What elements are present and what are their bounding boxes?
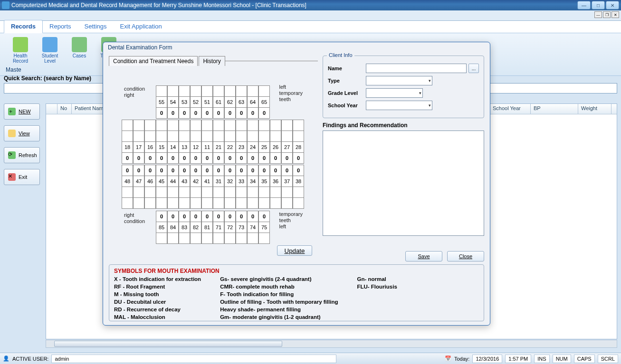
tooth-cell[interactable]: 26 [270, 141, 281, 153]
tooth-cell[interactable] [179, 131, 190, 142]
tooth-cell[interactable]: 64 [247, 96, 258, 108]
tooth-cell[interactable] [156, 85, 167, 97]
tooth-cell[interactable]: 0 [201, 107, 213, 119]
tooth-cell[interactable]: 0 [167, 165, 179, 176]
tooth-cell[interactable]: 14 [167, 141, 179, 153]
tooth-cell[interactable]: 55 [156, 96, 167, 108]
tooth-cell[interactable] [167, 233, 179, 244]
tooth-cell[interactable] [167, 85, 179, 97]
mdi-minimize[interactable]: — [594, 11, 602, 18]
tooth-cell[interactable]: 0 [236, 152, 247, 164]
tooth-cell[interactable]: 0 [247, 152, 258, 164]
tooth-cell[interactable]: 32 [224, 176, 236, 187]
tooth-cell[interactable] [258, 187, 270, 198]
tooth-cell[interactable] [258, 233, 270, 244]
tooth-cell[interactable] [270, 197, 281, 209]
tooth-cell[interactable]: 65 [258, 96, 270, 108]
tooth-cell[interactable] [167, 187, 179, 198]
ribbon-cases[interactable]: Cases [65, 35, 94, 60]
mdi-close[interactable]: ✕ [611, 11, 619, 18]
tooth-cell[interactable]: 0 [247, 211, 258, 222]
tooth-cell[interactable]: 35 [258, 176, 270, 187]
name-input[interactable] [366, 64, 467, 73]
tooth-cell[interactable] [224, 120, 236, 131]
tooth-cell[interactable]: 0 [258, 152, 270, 164]
grid-col-header[interactable]: School Year [490, 104, 531, 114]
save-button[interactable]: Save [405, 251, 442, 261]
tooth-cell[interactable] [258, 197, 270, 209]
tooth-cell[interactable]: 52 [190, 96, 201, 108]
tooth-cell[interactable] [190, 233, 201, 244]
tooth-cell[interactable] [247, 187, 258, 198]
tooth-cell[interactable]: 34 [247, 176, 258, 187]
tab-settings[interactable]: Settings [78, 20, 114, 33]
tooth-cell[interactable]: 0 [247, 165, 258, 176]
tooth-cell[interactable]: 0 [190, 107, 201, 119]
tooth-cell[interactable]: 47 [133, 176, 144, 187]
year-select[interactable] [366, 101, 432, 110]
tooth-cell[interactable]: 51 [201, 96, 213, 108]
tooth-cell[interactable]: 74 [247, 222, 258, 233]
tooth-cell[interactable] [156, 233, 167, 244]
tooth-cell[interactable] [122, 131, 133, 142]
tooth-cell[interactable] [213, 85, 224, 97]
tooth-cell[interactable]: 0 [156, 211, 167, 222]
tooth-cell[interactable] [213, 131, 224, 142]
tab-history[interactable]: History [199, 56, 225, 66]
tooth-cell[interactable] [236, 233, 247, 244]
tooth-cell[interactable] [156, 197, 167, 209]
tooth-cell[interactable]: 0 [179, 107, 190, 119]
tooth-cell[interactable] [201, 131, 213, 142]
tooth-cell[interactable] [144, 187, 156, 198]
tooth-cell[interactable]: 24 [247, 141, 258, 153]
tooth-cell[interactable]: 83 [179, 222, 190, 233]
tooth-cell[interactable]: 0 [213, 107, 224, 119]
browse-button[interactable]: ... [468, 64, 479, 73]
tooth-cell[interactable]: 0 [270, 165, 281, 176]
tooth-cell[interactable]: 48 [122, 176, 133, 187]
tooth-cell[interactable] [213, 233, 224, 244]
tooth-cell[interactable]: 0 [293, 165, 304, 176]
tooth-cell[interactable]: 54 [167, 96, 179, 108]
tooth-cell[interactable] [179, 120, 190, 131]
tooth-cell[interactable]: 72 [224, 222, 236, 233]
tooth-cell[interactable] [293, 197, 304, 209]
tab-reports[interactable]: Reports [43, 20, 78, 33]
tab-condition[interactable]: Condition and Treatment Needs [109, 56, 198, 66]
tooth-cell[interactable] [236, 131, 247, 142]
ribbon-health-record[interactable]: Health Record [6, 35, 35, 65]
grid-col-header[interactable]: BP [531, 104, 578, 114]
tooth-cell[interactable]: 21 [213, 141, 224, 153]
tooth-cell[interactable] [144, 131, 156, 142]
tooth-cell[interactable] [247, 120, 258, 131]
tooth-cell[interactable] [293, 120, 304, 131]
grid-col-header[interactable] [46, 104, 57, 114]
tooth-cell[interactable]: 0 [213, 211, 224, 222]
tooth-cell[interactable]: 0 [156, 165, 167, 176]
refresh-button[interactable]: ⟳Refresh [4, 147, 40, 163]
tooth-cell[interactable]: 0 [236, 107, 247, 119]
tooth-cell[interactable] [224, 187, 236, 198]
tooth-cell[interactable] [236, 85, 247, 97]
tooth-cell[interactable] [236, 197, 247, 209]
tooth-cell[interactable] [247, 233, 258, 244]
tooth-cell[interactable]: 0 [236, 165, 247, 176]
grid-col-header[interactable]: Weight [578, 104, 611, 114]
tooth-cell[interactable] [179, 187, 190, 198]
update-button[interactable]: Update [277, 245, 312, 256]
tooth-cell[interactable] [179, 85, 190, 97]
tooth-cell[interactable] [224, 197, 236, 209]
tooth-cell[interactable]: 0 [258, 165, 270, 176]
tooth-cell[interactable]: 25 [258, 141, 270, 153]
tooth-cell[interactable] [224, 233, 236, 244]
tooth-cell[interactable]: 12 [190, 141, 201, 153]
tooth-cell[interactable]: 73 [236, 222, 247, 233]
tooth-cell[interactable] [190, 131, 201, 142]
tooth-cell[interactable]: 17 [133, 141, 144, 153]
tooth-cell[interactable] [156, 120, 167, 131]
tooth-cell[interactable] [190, 187, 201, 198]
tooth-cell[interactable] [247, 131, 258, 142]
tooth-cell[interactable] [144, 197, 156, 209]
tooth-cell[interactable]: 28 [293, 141, 304, 153]
tooth-cell[interactable]: 53 [179, 96, 190, 108]
